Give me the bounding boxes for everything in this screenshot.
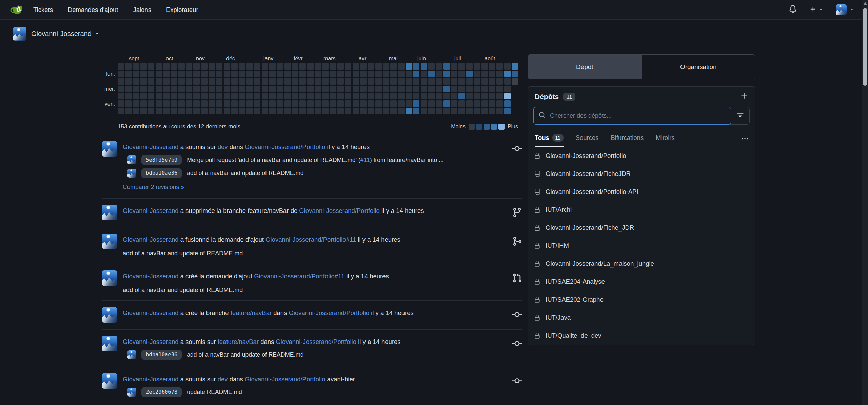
repo-row[interactable]: Giovanni-Josserand/Portfolio-API xyxy=(528,183,755,201)
heatmap-cell xyxy=(390,108,397,114)
scroll-up-arrow[interactable] xyxy=(864,2,867,5)
feed-link[interactable]: Giovanni-Josserand/Portfolio xyxy=(276,338,356,345)
feed-link[interactable]: #11 xyxy=(360,157,370,163)
new-repo-button[interactable] xyxy=(740,92,748,102)
user-avatar[interactable] xyxy=(102,336,117,351)
commit-sha-badge[interactable]: bdba10ae36 xyxy=(141,168,182,178)
repo-link[interactable]: Giovanni-Josserand/Portfolio xyxy=(546,152,626,160)
feed-link[interactable]: Giovanni-Josserand/Portfolio xyxy=(299,207,380,214)
feed-link[interactable]: Giovanni-Josserand xyxy=(123,207,179,214)
repo-row[interactable]: IUT/SAE202-Graphe xyxy=(528,291,755,309)
feed-link[interactable]: Giovanni-Josserand xyxy=(123,143,179,150)
heatmap-cell xyxy=(421,63,427,70)
repo-filter-tab-bifurcations[interactable]: Bifurcations xyxy=(611,134,644,147)
repo-row[interactable]: Giovanni-Josserand/Portfolio xyxy=(528,147,755,165)
feed-link[interactable]: Giovanni-Josserand xyxy=(123,309,179,316)
repo-link[interactable]: IUT/IHM xyxy=(546,242,569,250)
feed-link[interactable]: Giovanni-Josserand/Portfolio#11 xyxy=(254,273,344,280)
feed-link[interactable]: Giovanni-Josserand/Portfolio xyxy=(245,375,326,383)
heatmap-cell xyxy=(216,63,222,70)
gitea-logo[interactable] xyxy=(10,3,24,16)
feed-link[interactable]: dev xyxy=(218,375,228,383)
user-avatar[interactable] xyxy=(102,270,117,286)
repo-link[interactable]: IUT/SAE204-Analyse xyxy=(546,278,605,286)
heatmap-cell xyxy=(224,108,230,114)
repo-filter-tab-sources[interactable]: Sources xyxy=(576,134,599,147)
scrollbar-thumb[interactable] xyxy=(863,8,867,86)
heatmap-cell xyxy=(246,86,253,92)
feed-link[interactable]: Giovanni-Josserand xyxy=(123,236,179,243)
heatmap-cell xyxy=(254,63,260,70)
repo-row[interactable]: IUT/Qualite_de_dev xyxy=(528,327,755,345)
repo-filter-tab-tous[interactable]: Tous11 xyxy=(535,134,564,147)
feed-item-header: Giovanni-Josserand a créé la branche fea… xyxy=(123,308,502,318)
nav-item-tickets[interactable]: Tickets xyxy=(33,6,53,14)
repo-link[interactable]: Giovanni-Josserand/Portfolio-API xyxy=(546,188,638,196)
context-switch-caret-icon[interactable] xyxy=(95,31,99,37)
heatmap-cell xyxy=(375,93,382,99)
repo-row[interactable]: IUT/Java xyxy=(528,309,755,327)
tab-d-p-t[interactable]: Dépôt xyxy=(528,55,642,79)
feed-link[interactable]: Giovanni-Josserand xyxy=(123,375,179,383)
create-new-button[interactable] xyxy=(810,6,823,14)
profile-name[interactable]: Giovanni-Josserand xyxy=(31,30,92,38)
heatmap-cell xyxy=(458,86,465,92)
feed-link[interactable]: feature/navBar xyxy=(218,338,259,345)
more-filters-button[interactable] xyxy=(742,134,748,142)
repo-link[interactable]: IUT/Archi xyxy=(546,206,572,214)
feed-link[interactable]: Giovanni-Josserand/Portfolio xyxy=(289,309,370,316)
legend-square xyxy=(484,124,490,130)
repo-filter-tab-miroirs[interactable]: Miroirs xyxy=(656,134,675,147)
heatmap-cell xyxy=(140,108,147,114)
feed-link[interactable]: Giovanni-Josserand xyxy=(123,273,179,280)
heatmap-cell xyxy=(421,78,427,85)
user-avatar[interactable] xyxy=(102,234,117,249)
repo-link[interactable]: Giovanni-Josserand/FicheJDR xyxy=(546,170,631,178)
user-menu-button[interactable] xyxy=(836,4,854,15)
user-avatar[interactable] xyxy=(102,205,117,220)
repo-row[interactable]: Giovanni-Josserand/La_maison_jungle xyxy=(528,255,755,273)
feed-link[interactable]: Giovanni-Josserand xyxy=(123,338,179,345)
page-scrollbar[interactable] xyxy=(862,0,868,405)
heatmap-cell xyxy=(254,100,260,107)
repo-row[interactable]: IUT/Archi xyxy=(528,201,755,219)
plus-icon xyxy=(810,6,816,14)
filter-button[interactable] xyxy=(731,107,749,124)
contribution-summary: 153 contributions au cours des 12 dernie… xyxy=(118,123,240,130)
repo-row[interactable]: IUT/SAE204-Analyse xyxy=(528,273,755,291)
compare-revisions-link[interactable]: Comparer 2 révisions » xyxy=(123,184,184,191)
feed-link[interactable]: Giovanni-Josserand/Portfolio#11 xyxy=(265,236,356,243)
user-avatar[interactable] xyxy=(102,141,117,157)
repo-row[interactable]: Giovanni-Josserand/Fiche_JDR xyxy=(528,219,755,237)
feed-item-header: Giovanni-Josserand a créé la demande d'a… xyxy=(123,272,502,281)
nav-item-jalons[interactable]: Jalons xyxy=(133,6,151,14)
commit-sha-badge[interactable]: bdba10ae36 xyxy=(141,350,182,360)
nav-item-explorateur[interactable]: Explorateur xyxy=(166,6,198,14)
repo-row[interactable]: IUT/IHM xyxy=(528,237,755,255)
heatmap-cell xyxy=(353,71,359,77)
heatmap-cell xyxy=(413,100,419,107)
repo-search-input[interactable] xyxy=(549,112,726,120)
repo-link[interactable]: IUT/Java xyxy=(546,314,571,321)
user-avatar[interactable] xyxy=(102,373,117,389)
profile-avatar[interactable] xyxy=(13,27,26,41)
repo-link[interactable]: Giovanni-Josserand/Fiche_JDR xyxy=(546,224,634,232)
heatmap-cell xyxy=(443,93,450,99)
repo-row[interactable]: Giovanni-Josserand/FicheJDR xyxy=(528,165,755,183)
feed-link[interactable]: Giovanni-Josserand/Portfolio xyxy=(245,143,326,150)
heatmap-cell xyxy=(390,71,397,77)
commit-sha-badge[interactable]: 2ec2960678 xyxy=(141,387,182,397)
repo-link[interactable]: IUT/SAE202-Graphe xyxy=(546,296,604,303)
repo-link[interactable]: IUT/Qualite_de_dev xyxy=(546,332,601,339)
heatmap-cell xyxy=(466,71,473,77)
commit-sha-badge[interactable]: 5e8fd5e7b9 xyxy=(141,155,182,165)
feed-link[interactable]: dev xyxy=(218,143,228,150)
tab-organisation[interactable]: Organisation xyxy=(642,55,755,79)
heatmap-cell xyxy=(421,100,427,107)
heatmap-cell xyxy=(299,86,306,92)
notifications-button[interactable] xyxy=(789,5,797,14)
feed-link[interactable]: feature/navBar xyxy=(231,309,272,316)
repo-link[interactable]: Giovanni-Josserand/La_maison_jungle xyxy=(546,260,654,268)
user-avatar[interactable] xyxy=(102,307,117,323)
nav-item-demandes-d-ajout[interactable]: Demandes d'ajout xyxy=(68,6,118,14)
